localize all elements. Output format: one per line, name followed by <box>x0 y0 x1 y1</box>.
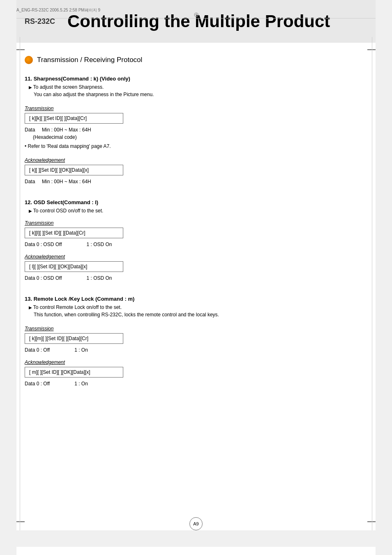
command13-desc1: To control Remote Lock on/off to the set… <box>25 304 367 310</box>
command12-section: 12. OSD Select(Command : l) To control O… <box>25 199 367 281</box>
section-title: Transmission / Receiving Protocol <box>37 56 142 64</box>
command12-desc1: To control OSD on/off to the set. <box>25 208 367 214</box>
sidebar-mark-right-top <box>367 49 376 50</box>
header-line <box>16 18 376 18</box>
command12-data-line2: Data 0 : OSD Off 1 : OSD On <box>25 275 367 281</box>
command11-title: 11. Sharpness(Command : k) (Video only) <box>25 76 367 82</box>
command13-desc2: This function, when controlling RS-232C,… <box>25 312 367 318</box>
main-content: RS-232C Controlling the Multiple Product… <box>16 0 376 405</box>
command12-data-line1: Data 0 : OSD Off 1 : OSD On <box>25 242 367 247</box>
section-circle-icon <box>25 56 33 64</box>
command11-desc1: To adjust the screen Sharpness. <box>25 84 367 90</box>
header-info: A_ENG-RS-232C 2006.5.25 2:58 PM페이지 9 <box>16 7 100 13</box>
filename-text: A_ENG-RS-232C 2006.5.25 2:58 PM페이지 9 <box>16 8 100 12</box>
section-header: Transmission / Receiving Protocol <box>16 51 376 69</box>
content-area: 11. Sharpness(Command : k) (Video only) … <box>16 76 376 405</box>
command13-tx-code: [ k][m][ ][Set ID][ ][Data][Cr] <box>25 333 123 344</box>
command11-data-line2: Data Min : 00H ~ Max : 64H <box>25 179 367 184</box>
command13-data-line1: Data 0 : Off 1 : On <box>25 347 367 353</box>
command13-ack-code: [ m][ ][Set ID][ ][OK][Data][x] <box>25 367 123 378</box>
command13-data-line2: Data 0 : Off 1 : On <box>25 381 367 387</box>
command11-tx-label: Transmission <box>25 106 367 111</box>
command11-note: • Refer to 'Real data mapping' page A7. <box>25 143 367 149</box>
vert-line-left <box>20 37 20 539</box>
vert-line-right <box>372 37 372 539</box>
command11-tx-code: [ k][k][ ][Set ID][ ][Data][Cr] <box>25 113 123 124</box>
command11-ack-code: [ k][ ][Set ID][ ][OK][Data][x] <box>25 165 123 175</box>
command11-ack-label: Acknowledgement <box>25 157 367 163</box>
bottom-area <box>0 530 392 547</box>
command12-tx-code: [ k][l][ ][Set ID][ ][Data][Cr] <box>25 228 123 238</box>
sidebar-mark-left-top <box>16 49 25 50</box>
command12-ack-code: [ l][ ][Set ID][ ][OK][Data][x] <box>25 261 123 272</box>
command13-section: 13. Remote Lock /Key Lock (Command : m) … <box>25 296 367 387</box>
left-sidebar <box>0 0 16 555</box>
reg-mark-top: ⊕ <box>194 11 199 18</box>
command13-tx-label: Transmission <box>25 326 367 332</box>
right-sidebar <box>376 0 392 555</box>
command11-data-hex: (Hexadecimal code) <box>25 134 367 140</box>
main-title: Controlling the Multiple Product <box>67 12 330 31</box>
page-number: A9 <box>189 517 203 530</box>
sidebar-mark-left-bottom <box>16 521 25 522</box>
command11-section: 11. Sharpness(Command : k) (Video only) … <box>25 76 367 184</box>
sidebar-mark-right-bottom <box>367 521 376 522</box>
page-wrapper: ⊕ ⊕ ⊕ ⊕ A_ENG-RS-232C 2006.5.25 2:58 PM페… <box>0 0 392 555</box>
command12-tx-label: Transmission <box>25 220 367 226</box>
command11-data-line1: Data Min : 00H ~ Max : 64H <box>25 127 367 133</box>
command11-desc2: You can also adjust the sharpness in the… <box>25 92 367 97</box>
title-section: RS-232C Controlling the Multiple Product <box>16 0 376 43</box>
command13-title: 13. Remote Lock /Key Lock (Command : m) <box>25 296 367 302</box>
command12-ack-label: Acknowledgement <box>25 254 367 260</box>
command12-title: 12. OSD Select(Command : l) <box>25 199 367 205</box>
command13-ack-label: Acknowledgement <box>25 359 367 365</box>
